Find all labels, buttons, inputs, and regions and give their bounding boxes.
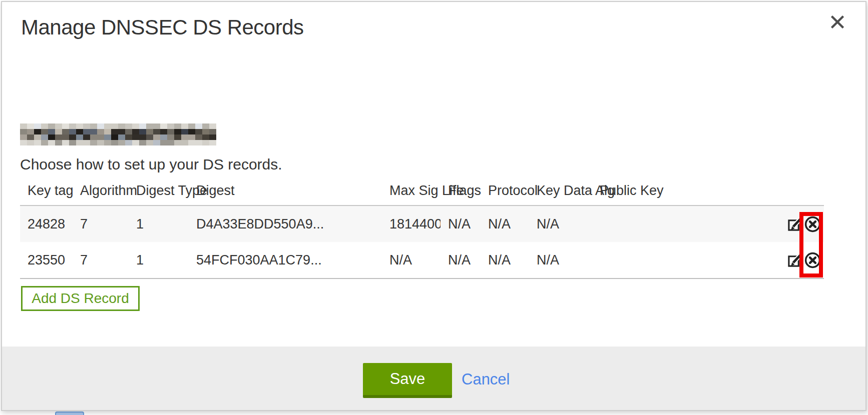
cell-key-tag: 24828 xyxy=(20,216,73,232)
row-actions xyxy=(778,252,824,269)
close-icon[interactable] xyxy=(829,14,846,31)
cell-key-data-alg: N/A xyxy=(529,252,592,268)
cell-max-sig-life: 1814400 xyxy=(382,216,441,232)
cell-key-data-alg: N/A xyxy=(529,216,592,232)
cell-digest: 54FCF030AA1C79... xyxy=(189,252,382,268)
edit-record-button[interactable] xyxy=(787,216,802,232)
table-row: 24828 7 1 D4A33E8DD550A9... 1814400 N/A … xyxy=(20,206,824,242)
cell-flags: N/A xyxy=(441,216,481,232)
cancel-link[interactable]: Cancel xyxy=(462,370,510,388)
col-header-key-tag: Key tag xyxy=(20,183,73,198)
table-row: 23550 7 1 54FCF030AA1C79... N/A N/A N/A … xyxy=(20,242,824,278)
table-header-row: Key tag Algorithm Digest Type Digest Max… xyxy=(20,183,824,205)
col-header-flags: Flags xyxy=(441,183,481,198)
close-x-glyph xyxy=(830,14,845,30)
add-ds-record-button[interactable]: Add DS Record xyxy=(21,286,140,311)
cell-digest-type: 1 xyxy=(129,252,189,268)
edit-icon xyxy=(787,252,802,268)
col-header-digest-type: Digest Type xyxy=(129,183,189,198)
col-header-public-key: Public Key xyxy=(592,183,778,198)
col-header-protocol: Protocol xyxy=(481,183,529,198)
delete-icon xyxy=(804,216,821,233)
cell-max-sig-life: N/A xyxy=(382,252,441,268)
cell-digest-type: 1 xyxy=(129,216,189,232)
delete-record-button[interactable] xyxy=(804,252,821,269)
cell-algorithm: 7 xyxy=(73,252,129,268)
edit-icon xyxy=(787,216,802,232)
delete-record-button[interactable] xyxy=(804,216,821,233)
modal-title: Manage DNSSEC DS Records xyxy=(21,16,304,40)
underlying-page-fragment xyxy=(55,412,84,415)
cell-flags: N/A xyxy=(441,252,481,268)
ds-records-table: Key tag Algorithm Digest Type Digest Max… xyxy=(20,183,824,279)
save-button[interactable]: Save xyxy=(363,363,452,398)
cell-algorithm: 7 xyxy=(73,216,129,232)
col-header-digest: Digest xyxy=(189,183,382,198)
manage-dnssec-modal: Manage DNSSEC DS Records Choose how to s… xyxy=(1,1,866,411)
setup-instruction-text: Choose how to set up your DS records. xyxy=(20,156,282,173)
cell-digest: D4A33E8DD550A9... xyxy=(189,216,382,232)
redacted-domain-name xyxy=(20,124,216,146)
cell-protocol: N/A xyxy=(481,252,529,268)
delete-icon xyxy=(804,252,821,269)
table-body: 24828 7 1 D4A33E8DD550A9... 1814400 N/A … xyxy=(20,205,824,279)
col-header-max-sig-life: Max Sig Life xyxy=(382,183,441,198)
cell-protocol: N/A xyxy=(481,216,529,232)
edit-record-button[interactable] xyxy=(787,252,802,268)
col-header-key-data-alg: Key Data Alg xyxy=(529,183,592,198)
row-actions xyxy=(778,216,824,233)
col-header-algorithm: Algorithm xyxy=(73,183,129,198)
cell-key-tag: 23550 xyxy=(20,252,73,268)
